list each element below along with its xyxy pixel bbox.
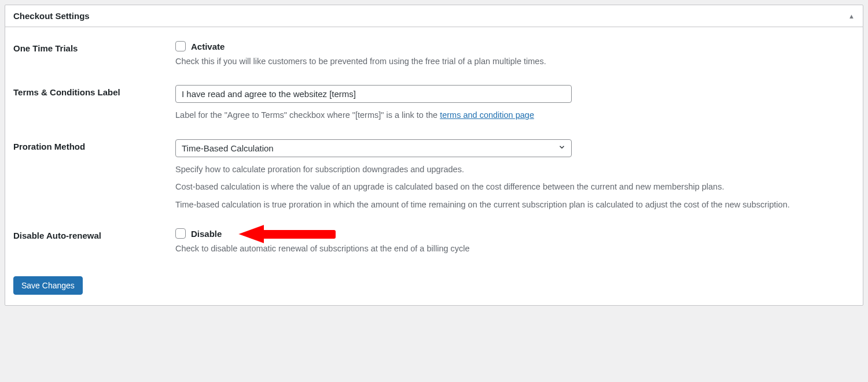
label-proration: Proration Method [13, 139, 175, 151]
control-one-time-trials: Activate Check this if you will like cus… [175, 41, 855, 68]
control-terms: Label for the "Agree to Terms" checkbox … [175, 85, 855, 121]
link-terms-page[interactable]: terms and condition page [440, 110, 534, 120]
label-terms: Terms & Conditions Label [13, 85, 175, 97]
help-proration-3: Time-based calculation is true proration… [175, 198, 855, 211]
row-one-time-trials: One Time Trials Activate Check this if y… [13, 32, 855, 76]
row-proration: Proration Method Time-Based Calculation … [13, 130, 855, 219]
panel-header: Checkout Settings ▲ [5, 5, 863, 27]
panel-title: Checkout Settings [13, 11, 90, 21]
help-proration-2: Cost-based calculation is where the valu… [175, 180, 855, 193]
row-disable-auto-renewal: Disable Auto-renewal Disable Check to di… [13, 219, 855, 263]
help-auto-renewal: Check to disable automatic renewal of su… [175, 242, 855, 255]
row-terms-label: Terms & Conditions Label Label for the "… [13, 76, 855, 129]
checkbox-one-time-trials[interactable] [175, 41, 186, 51]
label-one-time-trials: One Time Trials [13, 41, 175, 53]
help-terms: Label for the "Agree to Terms" checkbox … [175, 109, 855, 121]
checkbox-disable-auto-renewal[interactable] [175, 228, 186, 239]
select-proration-method[interactable]: Time-Based Calculation [175, 139, 572, 157]
control-proration: Time-Based Calculation Specify how to ca… [175, 139, 855, 211]
checkout-settings-panel: Checkout Settings ▲ One Time Trials Acti… [5, 5, 863, 306]
collapse-toggle-icon[interactable]: ▲ [848, 13, 855, 20]
label-auto-renewal: Disable Auto-renewal [13, 228, 175, 240]
panel-body: One Time Trials Activate Check this if y… [5, 27, 863, 305]
help-proration-1: Specify how to calculate proration for s… [175, 163, 855, 176]
checkbox-label-activate: Activate [191, 42, 225, 51]
help-one-time-trials: Check this if you will like customers to… [175, 55, 855, 68]
save-changes-button[interactable]: Save Changes [13, 276, 83, 295]
control-auto-renewal: Disable Check to disable automatic renew… [175, 228, 855, 255]
input-terms-label[interactable] [175, 85, 572, 103]
checkbox-label-disable: Disable [191, 229, 222, 239]
help-terms-text: Label for the "Agree to Terms" checkbox … [175, 110, 440, 120]
